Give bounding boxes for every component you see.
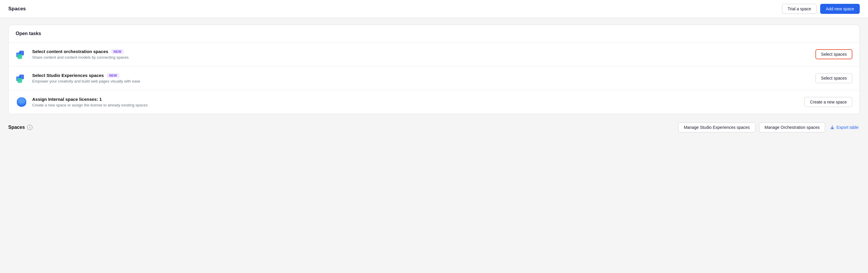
task-row-license: Assign Internal space licenses: 1 Create… bbox=[8, 90, 860, 114]
export-table-button[interactable]: Export table bbox=[829, 123, 860, 132]
svg-point-8 bbox=[18, 98, 25, 104]
task-info-license: Assign Internal space licenses: 1 Create… bbox=[32, 97, 800, 107]
task-title-license: Assign Internal space licenses: 1 bbox=[32, 97, 102, 102]
task-title-row-studio: Select Studio Experiences spaces New bbox=[32, 73, 811, 78]
export-label: Export table bbox=[836, 125, 859, 130]
manage-orchestration-button[interactable]: Manage Orchestration spaces bbox=[759, 122, 826, 132]
task-action-studio: Select spaces bbox=[815, 73, 852, 83]
task-info-orchestration: Select content orchestration spaces New … bbox=[32, 49, 811, 60]
create-new-space-button[interactable]: Create a new space bbox=[804, 97, 852, 107]
task-title-row-license: Assign Internal space licenses: 1 bbox=[32, 97, 800, 102]
studio-icon bbox=[16, 72, 27, 84]
page-title: Spaces bbox=[8, 6, 26, 12]
trial-space-button[interactable]: Trial a space bbox=[782, 4, 817, 14]
task-row-orchestration: Select content orchestration spaces New … bbox=[8, 42, 860, 66]
task-row-studio: Select Studio Experiences spaces New Emp… bbox=[8, 66, 860, 90]
header-actions: Trial a space Add new space bbox=[782, 4, 860, 14]
spaces-title: Spaces bbox=[8, 125, 25, 130]
svg-rect-2 bbox=[18, 54, 22, 59]
task-title-studio: Select Studio Experiences spaces bbox=[32, 73, 104, 78]
task-desc-orchestration: Share content and content models by conn… bbox=[32, 55, 811, 60]
task-desc-license: Create a new space or assign the license… bbox=[32, 103, 800, 107]
open-tasks-heading: Open tasks bbox=[8, 25, 860, 42]
manage-studio-button[interactable]: Manage Studio Experiences spaces bbox=[678, 122, 755, 132]
task-badge-studio: New bbox=[107, 73, 120, 78]
main-content: Open tasks Select content orchestration … bbox=[0, 18, 868, 139]
spaces-section: Spaces i Manage Studio Experiences space… bbox=[8, 121, 860, 132]
open-tasks-card: Open tasks Select content orchestration … bbox=[8, 25, 860, 114]
page-header: Spaces Trial a space Add new space bbox=[0, 0, 868, 18]
task-action-orchestration: Select spaces bbox=[815, 49, 852, 59]
task-info-studio: Select Studio Experiences spaces New Emp… bbox=[32, 73, 811, 83]
svg-rect-5 bbox=[18, 78, 22, 83]
spaces-actions: Manage Studio Experiences spaces Manage … bbox=[678, 122, 860, 132]
export-icon bbox=[830, 125, 835, 130]
task-title-row-orchestration: Select content orchestration spaces New bbox=[32, 49, 811, 54]
select-spaces-studio-button[interactable]: Select spaces bbox=[815, 73, 852, 83]
add-new-space-button[interactable]: Add new space bbox=[820, 4, 860, 14]
select-spaces-orchestration-button[interactable]: Select spaces bbox=[815, 49, 852, 59]
task-action-license: Create a new space bbox=[804, 97, 852, 107]
license-icon bbox=[16, 96, 27, 108]
spaces-title-row: Spaces i bbox=[8, 125, 32, 130]
spaces-info-icon[interactable]: i bbox=[27, 125, 32, 130]
task-desc-studio: Empower your creativity and build web pa… bbox=[32, 79, 811, 83]
task-title-orchestration: Select content orchestration spaces bbox=[32, 49, 108, 54]
orchestration-icon bbox=[16, 48, 27, 60]
task-badge-orchestration: New bbox=[111, 49, 124, 54]
